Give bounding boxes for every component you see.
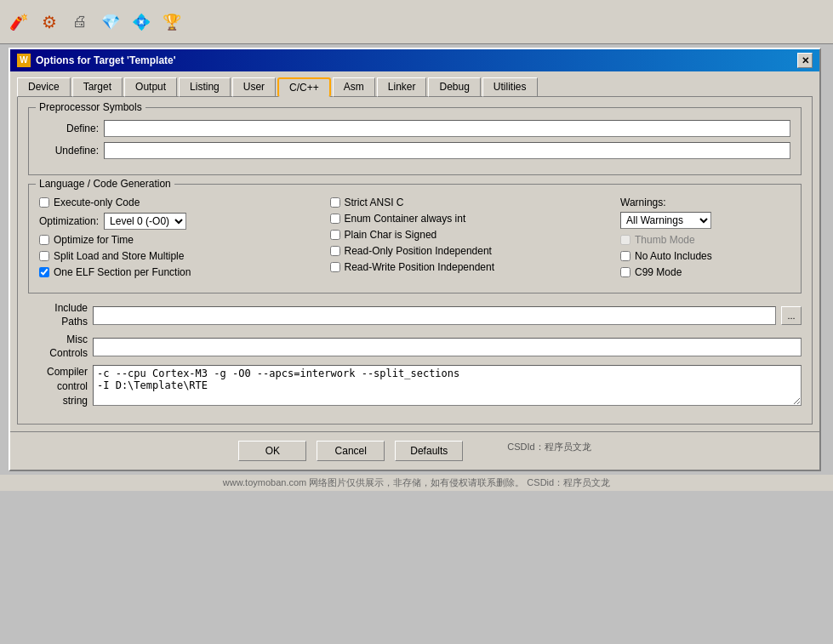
title-bar-left: W Options for Target 'Template' [17, 54, 176, 67]
execute-only-checkbox[interactable] [39, 197, 49, 208]
include-paths-label: IncludePaths [28, 302, 88, 328]
dialog-icon: W [17, 54, 31, 67]
optimization-select[interactable]: Level 0 (-O0) Level 1 (-O1) Level 2 (-O2… [104, 213, 186, 230]
lang-col-left: Execute-only Code Optimization: Level 0 … [39, 197, 313, 282]
tab-content: Preprocessor Symbols Define: Undefine: L… [17, 96, 813, 425]
c99-mode-row: C99 Mode [620, 266, 790, 278]
execute-only-row: Execute-only Code [39, 197, 313, 208]
defaults-button[interactable]: Defaults [395, 441, 463, 461]
enum-container-row: Enum Container always int [330, 213, 604, 225]
tab-linker[interactable]: Linker [377, 77, 427, 97]
split-load-checkbox[interactable] [39, 251, 49, 261]
execute-only-label: Execute-only Code [54, 197, 140, 208]
split-load-row: Split Load and Store Multiple [39, 250, 313, 262]
c99-mode-checkbox[interactable] [620, 267, 630, 277]
preprocessor-group: Preprocessor Symbols Define: Undefine: [28, 107, 802, 175]
enum-container-label: Enum Container always int [345, 213, 466, 225]
button-bar: OK Cancel Defaults CSDId：程序员文龙 [10, 431, 819, 470]
tab-utilities[interactable]: Utilities [482, 77, 538, 97]
settings-icon: ⚙ [42, 12, 57, 32]
tab-asm[interactable]: Asm [333, 77, 375, 97]
optimization-label: Optimization: [39, 215, 99, 227]
misc-controls-row: MiscControls [28, 333, 802, 360]
thumb-mode-checkbox[interactable] [620, 235, 630, 245]
gem-button[interactable]: 💎 [97, 9, 124, 36]
tab-target[interactable]: Target [72, 77, 123, 97]
c99-mode-label: C99 Mode [635, 266, 682, 278]
tab-debug[interactable]: Debug [428, 77, 480, 97]
optimization-row: Optimization: Level 0 (-O0) Level 1 (-O1… [39, 213, 313, 230]
optimize-time-checkbox[interactable] [39, 235, 49, 245]
build-icon: 🧨 [9, 13, 28, 31]
one-elf-row: One ELF Section per Function [39, 266, 313, 278]
compiler-control-row: Compilercontrolstring -c --cpu Cortex-M3… [28, 365, 802, 407]
undefine-row: Undefine: [39, 142, 790, 159]
trophy-button[interactable]: 🏆 [158, 9, 185, 36]
gem-icon: 💎 [101, 13, 120, 31]
thumb-mode-label: Thumb Mode [635, 234, 695, 246]
undefine-label: Undefine: [39, 145, 99, 157]
diamond-button[interactable]: 💠 [128, 9, 155, 36]
thumb-mode-row: Thumb Mode [620, 234, 790, 246]
read-only-checkbox[interactable] [330, 246, 340, 256]
undefine-input[interactable] [104, 142, 790, 159]
strict-ansi-label: Strict ANSI C [345, 197, 404, 208]
read-write-row: Read-Write Position Independent [330, 261, 604, 273]
language-title: Language / Code Generation [36, 178, 174, 190]
warnings-select[interactable]: All Warnings No Warnings MISRA C 2004 [620, 212, 711, 229]
plain-char-row: Plain Char is Signed [330, 229, 604, 241]
no-auto-includes-row: No Auto Includes [620, 250, 790, 262]
tab-output[interactable]: Output [124, 77, 177, 97]
one-elf-checkbox[interactable] [39, 267, 49, 277]
read-only-label: Read-Only Position Independent [345, 245, 492, 257]
misc-controls-input[interactable] [93, 338, 802, 356]
language-group: Language / Code Generation Execute-only … [28, 184, 802, 294]
include-paths-input[interactable] [93, 306, 776, 325]
lang-col-middle: Strict ANSI C Enum Container always int … [330, 197, 604, 282]
compiler-control-input[interactable]: -c --cpu Cortex-M3 -g -O0 --apcs=interwo… [93, 365, 802, 406]
split-load-label: Split Load and Store Multiple [54, 250, 184, 262]
settings-button[interactable]: ⚙ [36, 9, 63, 36]
misc-controls-label: MiscControls [28, 333, 88, 360]
browse-icon: ... [787, 311, 795, 321]
strict-ansi-checkbox[interactable] [330, 197, 340, 208]
define-label: Define: [39, 123, 99, 134]
ok-button[interactable]: OK [238, 441, 306, 461]
lang-col-warnings: Warnings: All Warnings No Warnings MISRA… [620, 197, 790, 282]
tab-listing[interactable]: Listing [179, 77, 231, 97]
toolbar: 🧨 ⚙ 🖨 💎 💠 🏆 [0, 0, 833, 44]
one-elf-label: One ELF Section per Function [54, 266, 191, 278]
build-button[interactable]: 🧨 [5, 9, 32, 36]
tab-cpp[interactable]: C/C++ [277, 77, 331, 97]
tab-device[interactable]: Device [17, 77, 71, 97]
no-auto-includes-checkbox[interactable] [620, 251, 630, 261]
csdi-label: CSDId：程序员文龙 [507, 441, 591, 461]
read-write-checkbox[interactable] [330, 262, 340, 272]
trophy-icon: 🏆 [163, 13, 181, 31]
options-dialog: W Options for Target 'Template' ✕ Device… [9, 48, 821, 471]
enum-container-checkbox[interactable] [330, 214, 340, 224]
close-button[interactable]: ✕ [797, 53, 813, 68]
include-paths-row: IncludePaths ... [28, 302, 802, 328]
plain-char-checkbox[interactable] [330, 230, 340, 240]
tab-bar: Device Target Output Listing User C/C++ … [10, 71, 819, 96]
optimize-time-label: Optimize for Time [54, 234, 134, 246]
cancel-button[interactable]: Cancel [317, 441, 385, 461]
title-bar: W Options for Target 'Template' ✕ [10, 49, 819, 71]
optimize-time-row: Optimize for Time [39, 234, 313, 246]
compiler-control-label: Compilercontrolstring [28, 365, 88, 407]
warnings-label: Warnings: [620, 197, 790, 208]
print-icon: 🖨 [72, 13, 88, 31]
diamond-icon: 💠 [132, 13, 151, 31]
define-row: Define: [39, 120, 790, 137]
define-input[interactable] [104, 120, 790, 137]
no-auto-includes-label: No Auto Includes [635, 250, 712, 262]
tab-user[interactable]: User [232, 77, 276, 97]
read-write-label: Read-Write Position Independent [345, 261, 495, 273]
watermark: www.toymoban.com 网络图片仅供展示，非存储，如有侵权请联系删除。… [0, 475, 833, 491]
strict-ansi-row: Strict ANSI C [330, 197, 604, 208]
dialog-title: Options for Target 'Template' [36, 54, 176, 66]
read-only-row: Read-Only Position Independent [330, 245, 604, 257]
print-button[interactable]: 🖨 [66, 9, 94, 36]
include-browse-button[interactable]: ... [781, 306, 802, 325]
